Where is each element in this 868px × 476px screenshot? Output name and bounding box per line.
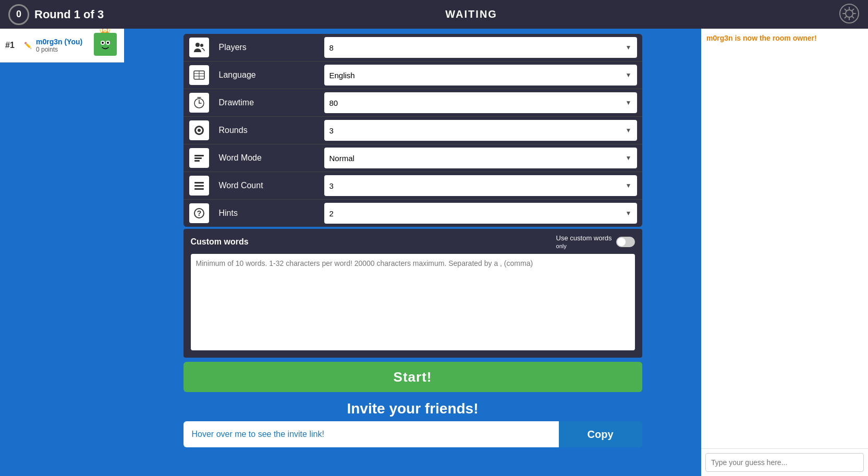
svg-point-7: [200, 44, 203, 47]
avatar: 👑: [94, 33, 119, 58]
custom-words-toggle[interactable]: [616, 237, 635, 247]
drawtime-control[interactable]: 30405060 708090 100120150180: [319, 89, 642, 116]
chat-panel: m0rg3n is now the room owner!: [701, 29, 868, 476]
drawtime-label: Drawtime: [215, 98, 319, 107]
hints-icon-cell: ?: [184, 200, 215, 227]
language-control[interactable]: English DeutschEspañolFrançais: [319, 62, 642, 89]
word-mode-icon-cell: [184, 144, 215, 172]
player-card: #1 ✏️ m0rg3n (You) 0 points 👑: [0, 29, 124, 63]
svg-point-18: [198, 129, 201, 132]
word-mode-label: Word Mode: [215, 153, 319, 163]
settings-gear-icon[interactable]: [839, 3, 860, 26]
hints-control[interactable]: 012 345: [319, 200, 642, 227]
word-count-control[interactable]: 123 45: [319, 172, 642, 199]
rounds-control[interactable]: 123 4567 8910: [319, 117, 642, 144]
start-btn-container: Start!: [184, 362, 642, 392]
svg-rect-23: [194, 185, 204, 187]
invite-section: Invite your friends! Hover over me to se…: [184, 400, 642, 447]
svg-rect-20: [194, 157, 202, 159]
chat-system-message: m0rg3n is now the room owner!: [706, 34, 863, 42]
word-count-select[interactable]: 123 45: [324, 175, 637, 196]
players-label: Players: [215, 43, 319, 52]
player-points: 0 points: [36, 46, 90, 53]
drawtime-icon: [189, 93, 209, 113]
drawtime-select[interactable]: 30405060 708090 100120150180: [324, 92, 637, 113]
word-mode-control[interactable]: Normal HiddenCombination: [319, 144, 642, 172]
main-panel: Players 8 2345 67910 121620: [124, 29, 701, 476]
custom-words-header: Custom words Use custom words only: [191, 234, 635, 250]
word-mode-select[interactable]: Normal HiddenCombination: [324, 148, 637, 168]
svg-rect-24: [194, 188, 204, 190]
players-icon-cell: [184, 34, 215, 61]
language-icon-cell: [184, 62, 215, 89]
invite-link-bar: Hover over me to see the invite link! Co…: [184, 421, 642, 447]
setting-row-word-count: Word Count 123 45: [184, 172, 642, 200]
chat-input-row: [701, 448, 868, 476]
rounds-select[interactable]: 123 4567 8910: [324, 120, 637, 141]
round-label: Round 1 of 3: [34, 8, 104, 21]
players-icon: [189, 38, 209, 57]
player-rank: #1: [5, 41, 20, 50]
settings-box: Players 8 2345 67910 121620: [184, 34, 642, 227]
players-select[interactable]: 8 2345 67910 121620: [324, 37, 637, 58]
status-label: WAITING: [445, 8, 497, 20]
avatar-body: [94, 33, 117, 56]
players-control[interactable]: 8 2345 67910 121620: [319, 34, 642, 61]
word-count-icon: [189, 176, 209, 196]
player-panel: #1 ✏️ m0rg3n (You) 0 points 👑: [0, 29, 124, 476]
svg-point-4: [102, 42, 104, 44]
start-button[interactable]: Start!: [184, 362, 642, 392]
word-mode-icon: [189, 148, 209, 168]
setting-row-hints: ? Hints 012 345: [184, 200, 642, 227]
svg-rect-19: [194, 155, 204, 156]
setting-row-players: Players 8 2345 67910 121620: [184, 34, 642, 62]
rounds-icon-cell: [184, 117, 215, 144]
svg-rect-21: [194, 160, 200, 162]
rounds-icon: [189, 120, 209, 140]
svg-rect-1: [96, 35, 115, 54]
word-count-label: Word Count: [215, 181, 319, 190]
invite-link-text[interactable]: Hover over me to see the invite link!: [184, 421, 559, 447]
custom-words-title: Custom words: [191, 237, 249, 247]
drawtime-icon-cell: [184, 89, 215, 116]
language-icon: [189, 65, 209, 85]
pencil-icon: ✏️: [24, 42, 32, 49]
setting-row-drawtime: Drawtime 30405060 708090 100120150180: [184, 89, 642, 117]
hints-label: Hints: [215, 209, 319, 218]
timer-display: 0: [8, 4, 29, 25]
setting-row-language: Language English DeutschEspañolFrançais: [184, 62, 642, 89]
invite-copy-button[interactable]: Copy: [559, 421, 642, 447]
hints-select[interactable]: 012 345: [324, 203, 637, 224]
invite-title: Invite your friends!: [184, 400, 642, 417]
custom-words-textarea[interactable]: [191, 254, 635, 350]
language-select[interactable]: English DeutschEspañolFrançais: [324, 65, 637, 86]
svg-point-6: [195, 43, 200, 47]
custom-words-toggle-label: Use custom words only: [556, 234, 612, 250]
language-label: Language: [215, 70, 319, 80]
header-left: 0 Round 1 of 3: [8, 4, 104, 25]
chat-messages: m0rg3n is now the room owner!: [701, 29, 868, 448]
custom-words-section: Custom words Use custom words only: [184, 229, 642, 358]
player-info: m0rg3n (You) 0 points: [36, 38, 90, 53]
timer-value: 0: [16, 9, 21, 20]
setting-row-word-mode: Word Mode Normal HiddenCombination: [184, 144, 642, 172]
word-count-icon-cell: [184, 172, 215, 199]
custom-words-toggle-area: Use custom words only: [556, 234, 635, 250]
rounds-label: Rounds: [215, 126, 319, 135]
svg-point-5: [107, 42, 109, 44]
setting-row-rounds: Rounds 123 4567 8910: [184, 117, 642, 144]
chat-input[interactable]: [705, 453, 864, 472]
player-name: m0rg3n (You): [36, 38, 90, 46]
toggle-knob: [617, 238, 626, 246]
header: 0 Round 1 of 3 WAITING: [0, 0, 868, 29]
hints-icon: ?: [189, 203, 209, 223]
svg-rect-22: [194, 182, 204, 184]
svg-text:?: ?: [197, 209, 201, 217]
